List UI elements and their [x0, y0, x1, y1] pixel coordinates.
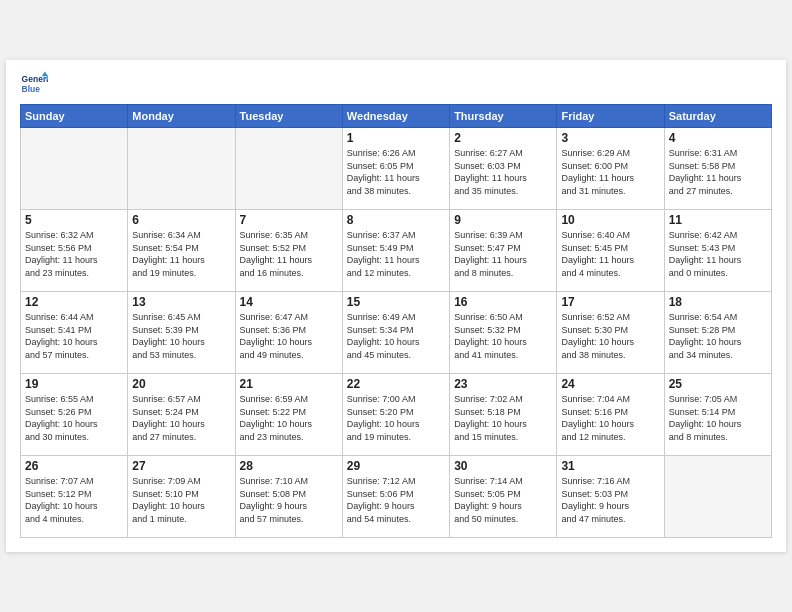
- day-number: 7: [240, 213, 338, 227]
- day-number: 4: [669, 131, 767, 145]
- calendar-body: 1Sunrise: 6:26 AMSunset: 6:05 PMDaylight…: [21, 128, 772, 538]
- calendar-cell: 26Sunrise: 7:07 AMSunset: 5:12 PMDayligh…: [21, 456, 128, 538]
- day-info: Sunrise: 6:34 AMSunset: 5:54 PMDaylight:…: [132, 229, 230, 279]
- calendar-cell: 27Sunrise: 7:09 AMSunset: 5:10 PMDayligh…: [128, 456, 235, 538]
- day-info: Sunrise: 7:16 AMSunset: 5:03 PMDaylight:…: [561, 475, 659, 525]
- day-info: Sunrise: 6:40 AMSunset: 5:45 PMDaylight:…: [561, 229, 659, 279]
- calendar-cell: 9Sunrise: 6:39 AMSunset: 5:47 PMDaylight…: [450, 210, 557, 292]
- calendar-cell: 17Sunrise: 6:52 AMSunset: 5:30 PMDayligh…: [557, 292, 664, 374]
- day-number: 12: [25, 295, 123, 309]
- weekday-header-friday: Friday: [557, 105, 664, 128]
- calendar-cell: 5Sunrise: 6:32 AMSunset: 5:56 PMDaylight…: [21, 210, 128, 292]
- day-number: 24: [561, 377, 659, 391]
- calendar-cell: 15Sunrise: 6:49 AMSunset: 5:34 PMDayligh…: [342, 292, 449, 374]
- week-row-4: 19Sunrise: 6:55 AMSunset: 5:26 PMDayligh…: [21, 374, 772, 456]
- week-row-3: 12Sunrise: 6:44 AMSunset: 5:41 PMDayligh…: [21, 292, 772, 374]
- day-number: 2: [454, 131, 552, 145]
- day-number: 26: [25, 459, 123, 473]
- calendar-cell: 7Sunrise: 6:35 AMSunset: 5:52 PMDaylight…: [235, 210, 342, 292]
- day-info: Sunrise: 6:54 AMSunset: 5:28 PMDaylight:…: [669, 311, 767, 361]
- day-number: 17: [561, 295, 659, 309]
- calendar-cell: 30Sunrise: 7:14 AMSunset: 5:05 PMDayligh…: [450, 456, 557, 538]
- calendar-cell: 14Sunrise: 6:47 AMSunset: 5:36 PMDayligh…: [235, 292, 342, 374]
- calendar-cell: 3Sunrise: 6:29 AMSunset: 6:00 PMDaylight…: [557, 128, 664, 210]
- calendar-cell: [235, 128, 342, 210]
- calendar-cell: 29Sunrise: 7:12 AMSunset: 5:06 PMDayligh…: [342, 456, 449, 538]
- day-info: Sunrise: 6:55 AMSunset: 5:26 PMDaylight:…: [25, 393, 123, 443]
- calendar-cell: 8Sunrise: 6:37 AMSunset: 5:49 PMDaylight…: [342, 210, 449, 292]
- calendar-header: General Blue: [20, 70, 772, 98]
- day-info: Sunrise: 7:00 AMSunset: 5:20 PMDaylight:…: [347, 393, 445, 443]
- day-number: 11: [669, 213, 767, 227]
- day-info: Sunrise: 7:12 AMSunset: 5:06 PMDaylight:…: [347, 475, 445, 525]
- calendar-cell: 18Sunrise: 6:54 AMSunset: 5:28 PMDayligh…: [664, 292, 771, 374]
- day-info: Sunrise: 6:32 AMSunset: 5:56 PMDaylight:…: [25, 229, 123, 279]
- day-number: 22: [347, 377, 445, 391]
- day-info: Sunrise: 6:50 AMSunset: 5:32 PMDaylight:…: [454, 311, 552, 361]
- calendar-cell: 20Sunrise: 6:57 AMSunset: 5:24 PMDayligh…: [128, 374, 235, 456]
- day-number: 10: [561, 213, 659, 227]
- day-info: Sunrise: 6:47 AMSunset: 5:36 PMDaylight:…: [240, 311, 338, 361]
- weekday-header-thursday: Thursday: [450, 105, 557, 128]
- day-info: Sunrise: 7:07 AMSunset: 5:12 PMDaylight:…: [25, 475, 123, 525]
- weekday-header-saturday: Saturday: [664, 105, 771, 128]
- day-number: 28: [240, 459, 338, 473]
- weekday-row: SundayMondayTuesdayWednesdayThursdayFrid…: [21, 105, 772, 128]
- calendar-cell: 11Sunrise: 6:42 AMSunset: 5:43 PMDayligh…: [664, 210, 771, 292]
- calendar-cell: 24Sunrise: 7:04 AMSunset: 5:16 PMDayligh…: [557, 374, 664, 456]
- calendar-cell: 1Sunrise: 6:26 AMSunset: 6:05 PMDaylight…: [342, 128, 449, 210]
- calendar-header-row: SundayMondayTuesdayWednesdayThursdayFrid…: [21, 105, 772, 128]
- day-number: 1: [347, 131, 445, 145]
- day-info: Sunrise: 6:35 AMSunset: 5:52 PMDaylight:…: [240, 229, 338, 279]
- day-number: 27: [132, 459, 230, 473]
- calendar-cell: [664, 456, 771, 538]
- day-info: Sunrise: 7:05 AMSunset: 5:14 PMDaylight:…: [669, 393, 767, 443]
- day-number: 9: [454, 213, 552, 227]
- day-info: Sunrise: 7:09 AMSunset: 5:10 PMDaylight:…: [132, 475, 230, 525]
- day-number: 18: [669, 295, 767, 309]
- day-info: Sunrise: 6:27 AMSunset: 6:03 PMDaylight:…: [454, 147, 552, 197]
- day-number: 8: [347, 213, 445, 227]
- calendar-cell: [128, 128, 235, 210]
- logo: General Blue: [20, 70, 52, 98]
- calendar-cell: 13Sunrise: 6:45 AMSunset: 5:39 PMDayligh…: [128, 292, 235, 374]
- calendar-cell: 6Sunrise: 6:34 AMSunset: 5:54 PMDaylight…: [128, 210, 235, 292]
- day-info: Sunrise: 6:37 AMSunset: 5:49 PMDaylight:…: [347, 229, 445, 279]
- day-info: Sunrise: 6:45 AMSunset: 5:39 PMDaylight:…: [132, 311, 230, 361]
- calendar-cell: 10Sunrise: 6:40 AMSunset: 5:45 PMDayligh…: [557, 210, 664, 292]
- week-row-2: 5Sunrise: 6:32 AMSunset: 5:56 PMDaylight…: [21, 210, 772, 292]
- calendar-cell: 21Sunrise: 6:59 AMSunset: 5:22 PMDayligh…: [235, 374, 342, 456]
- calendar-container: General Blue SundayMondayTuesdayWednesda…: [6, 60, 786, 552]
- day-info: Sunrise: 6:42 AMSunset: 5:43 PMDaylight:…: [669, 229, 767, 279]
- day-number: 14: [240, 295, 338, 309]
- calendar-cell: 28Sunrise: 7:10 AMSunset: 5:08 PMDayligh…: [235, 456, 342, 538]
- day-number: 5: [25, 213, 123, 227]
- day-number: 13: [132, 295, 230, 309]
- calendar-cell: 25Sunrise: 7:05 AMSunset: 5:14 PMDayligh…: [664, 374, 771, 456]
- calendar-cell: 31Sunrise: 7:16 AMSunset: 5:03 PMDayligh…: [557, 456, 664, 538]
- day-number: 30: [454, 459, 552, 473]
- calendar-cell: 4Sunrise: 6:31 AMSunset: 5:58 PMDaylight…: [664, 128, 771, 210]
- weekday-header-sunday: Sunday: [21, 105, 128, 128]
- day-info: Sunrise: 7:10 AMSunset: 5:08 PMDaylight:…: [240, 475, 338, 525]
- week-row-1: 1Sunrise: 6:26 AMSunset: 6:05 PMDaylight…: [21, 128, 772, 210]
- day-info: Sunrise: 6:29 AMSunset: 6:00 PMDaylight:…: [561, 147, 659, 197]
- day-info: Sunrise: 6:49 AMSunset: 5:34 PMDaylight:…: [347, 311, 445, 361]
- day-number: 3: [561, 131, 659, 145]
- day-info: Sunrise: 7:04 AMSunset: 5:16 PMDaylight:…: [561, 393, 659, 443]
- calendar-table: SundayMondayTuesdayWednesdayThursdayFrid…: [20, 104, 772, 538]
- day-number: 21: [240, 377, 338, 391]
- day-info: Sunrise: 6:39 AMSunset: 5:47 PMDaylight:…: [454, 229, 552, 279]
- day-number: 15: [347, 295, 445, 309]
- day-number: 16: [454, 295, 552, 309]
- calendar-cell: 12Sunrise: 6:44 AMSunset: 5:41 PMDayligh…: [21, 292, 128, 374]
- day-number: 25: [669, 377, 767, 391]
- day-info: Sunrise: 7:02 AMSunset: 5:18 PMDaylight:…: [454, 393, 552, 443]
- day-number: 6: [132, 213, 230, 227]
- calendar-cell: 2Sunrise: 6:27 AMSunset: 6:03 PMDaylight…: [450, 128, 557, 210]
- calendar-cell: 19Sunrise: 6:55 AMSunset: 5:26 PMDayligh…: [21, 374, 128, 456]
- day-number: 29: [347, 459, 445, 473]
- weekday-header-monday: Monday: [128, 105, 235, 128]
- day-info: Sunrise: 6:57 AMSunset: 5:24 PMDaylight:…: [132, 393, 230, 443]
- calendar-cell: 23Sunrise: 7:02 AMSunset: 5:18 PMDayligh…: [450, 374, 557, 456]
